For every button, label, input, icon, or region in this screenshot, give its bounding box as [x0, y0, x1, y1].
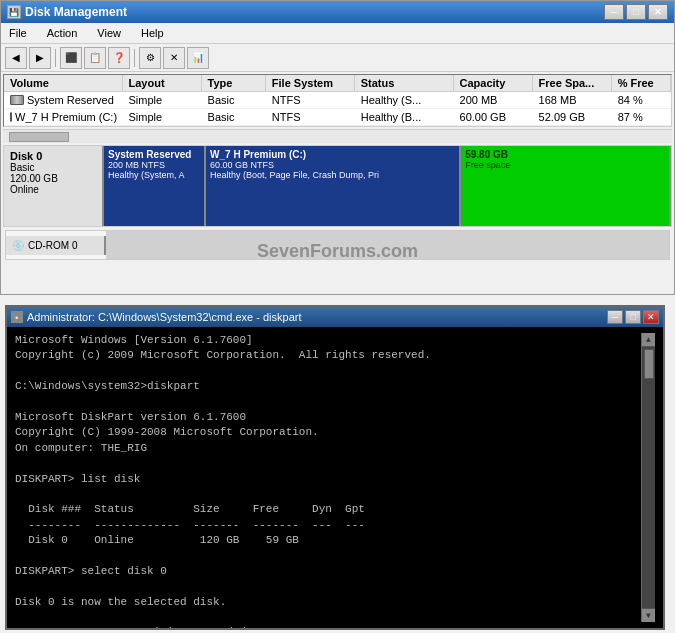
- dm-close-button[interactable]: ✕: [648, 4, 668, 20]
- toolbar-separator-1: [55, 49, 56, 67]
- dm-title-bar: 💾 Disk Management ─ □ ✕: [1, 1, 674, 23]
- disk0-state: Online: [10, 184, 96, 195]
- volume-table: Volume Layout Type File System Status Ca…: [3, 74, 672, 127]
- disk0-size: 120.00 GB: [10, 173, 96, 184]
- partition-main-status: Healthy (Boot, Page File, Crash Dump, Pr…: [210, 170, 455, 180]
- col-header-capacity: Capacity: [454, 75, 533, 91]
- cell-freespace-0: 168 MB: [533, 92, 612, 108]
- col-header-freespace: Free Spa...: [533, 75, 612, 91]
- cmd-scroll-down[interactable]: ▼: [642, 608, 655, 622]
- dm-minimize-button[interactable]: ─: [604, 4, 624, 20]
- toolbar-separator-2: [134, 49, 135, 67]
- partition-main-size: 60.00 GB NTFS: [210, 160, 455, 170]
- partition-free-status: Free space: [465, 160, 665, 170]
- cmd-close-button[interactable]: ✕: [643, 310, 659, 324]
- cmd-minimize-button[interactable]: ─: [607, 310, 623, 324]
- dm-menu-bar: File Action View Help: [1, 23, 674, 44]
- disk0-partition-main[interactable]: W_7 H Premium (C:) 60.00 GB NTFS Healthy…: [206, 146, 461, 226]
- cell-type-0: Basic: [202, 92, 266, 108]
- cmd-restore-button[interactable]: □: [625, 310, 641, 324]
- col-header-fs: File System: [266, 75, 355, 91]
- col-header-layout: Layout: [123, 75, 202, 91]
- menu-view[interactable]: View: [93, 25, 125, 41]
- toolbar-settings-button[interactable]: ⚙: [139, 47, 161, 69]
- cell-status-1: Healthy (B...: [355, 109, 454, 125]
- cell-layout-1: Simple: [123, 109, 202, 125]
- cell-pcfree-1: 87 %: [612, 109, 671, 125]
- cell-status-0: Healthy (S...: [355, 92, 454, 108]
- disk0-partitions: System Reserved 200 MB NTFS Healthy (Sys…: [104, 146, 671, 226]
- disk-management-window: 💾 Disk Management ─ □ ✕ File Action View…: [0, 0, 675, 295]
- disk0-row: Disk 0 Basic 120.00 GB Online System Res…: [3, 145, 672, 227]
- cdrom-icon: 💿: [12, 240, 24, 251]
- menu-help[interactable]: Help: [137, 25, 168, 41]
- cmd-scroll-thumb[interactable]: [644, 349, 654, 379]
- disk-icon-1: [10, 112, 12, 122]
- disk0-partition-free[interactable]: 59.80 GB Free space: [461, 146, 671, 226]
- disk0-label: Disk 0 Basic 120.00 GB Online: [4, 146, 104, 226]
- cmd-window-controls: ─ □ ✕: [607, 310, 659, 324]
- toolbar-delete-button[interactable]: ✕: [163, 47, 185, 69]
- cell-volume-0: System Reserved: [4, 92, 123, 108]
- cell-fs-0: NTFS: [266, 92, 355, 108]
- toolbar-forward-button[interactable]: ▶: [29, 47, 51, 69]
- cmd-title: Administrator: C:\Windows\System32\cmd.e…: [27, 311, 301, 323]
- cmd-window-icon: ▪: [11, 311, 23, 323]
- dm-window-icon: 💾: [7, 5, 21, 19]
- partition-free-size: 59.80 GB: [465, 149, 665, 160]
- cmd-title-bar: ▪ Administrator: C:\Windows\System32\cmd…: [7, 307, 663, 327]
- cdrom-label: 💿 CD-ROM 0: [6, 236, 106, 255]
- cell-volume-1: W_7 H Premium (C:): [4, 109, 123, 125]
- table-row[interactable]: W_7 H Premium (C:) Simple Basic NTFS Hea…: [4, 109, 671, 126]
- dm-title: Disk Management: [25, 5, 127, 19]
- toolbar-properties-button[interactable]: 📋: [84, 47, 106, 69]
- partition-system-status: Healthy (System, A: [108, 170, 200, 180]
- disk0-type: Basic: [10, 162, 96, 173]
- toolbar-extra-button[interactable]: 📊: [187, 47, 209, 69]
- cmd-scroll-up[interactable]: ▲: [642, 333, 655, 347]
- disk-icon-0: [10, 95, 24, 105]
- dm-toolbar: ◀ ▶ ⬛ 📋 ❓ ⚙ ✕ 📊: [1, 44, 674, 72]
- toolbar-help-button[interactable]: ❓: [108, 47, 130, 69]
- col-header-pcfree: % Free: [612, 75, 671, 91]
- toolbar-back-button[interactable]: ◀: [5, 47, 27, 69]
- partition-system-name: System Reserved: [108, 149, 200, 160]
- cell-freespace-1: 52.09 GB: [533, 109, 612, 125]
- cmd-window: ▪ Administrator: C:\Windows\System32\cmd…: [5, 305, 665, 630]
- cell-type-1: Basic: [202, 109, 266, 125]
- horizontal-scrollbar[interactable]: [3, 129, 672, 143]
- table-header-row: Volume Layout Type File System Status Ca…: [4, 75, 671, 92]
- col-header-type: Type: [202, 75, 266, 91]
- col-header-status: Status: [355, 75, 454, 91]
- disk0-name: Disk 0: [10, 150, 96, 162]
- cdrom-name: CD-ROM 0: [28, 240, 77, 251]
- cmd-output: Microsoft Windows [Version 6.1.7600] Cop…: [15, 333, 641, 622]
- cell-capacity-0: 200 MB: [454, 92, 533, 108]
- dm-window-controls: ─ □ ✕: [604, 4, 668, 20]
- menu-action[interactable]: Action: [43, 25, 82, 41]
- cmd-body: Microsoft Windows [Version 6.1.7600] Cop…: [7, 327, 663, 628]
- scroll-thumb[interactable]: [9, 132, 69, 142]
- cell-fs-1: NTFS: [266, 109, 355, 125]
- cell-layout-0: Simple: [123, 92, 202, 108]
- cell-capacity-1: 60.00 GB: [454, 109, 533, 125]
- toolbar-refresh-button[interactable]: ⬛: [60, 47, 82, 69]
- menu-file[interactable]: File: [5, 25, 31, 41]
- table-row[interactable]: System Reserved Simple Basic NTFS Health…: [4, 92, 671, 109]
- partition-system-size: 200 MB NTFS: [108, 160, 200, 170]
- watermark: SevenForums.com: [257, 241, 418, 262]
- dm-restore-button[interactable]: □: [626, 4, 646, 20]
- col-header-volume: Volume: [4, 75, 123, 91]
- partition-main-name: W_7 H Premium (C:): [210, 149, 455, 160]
- cmd-scrollbar[interactable]: ▲ ▼: [641, 333, 655, 622]
- cell-pcfree-0: 84 %: [612, 92, 671, 108]
- disk0-partition-system[interactable]: System Reserved 200 MB NTFS Healthy (Sys…: [104, 146, 206, 226]
